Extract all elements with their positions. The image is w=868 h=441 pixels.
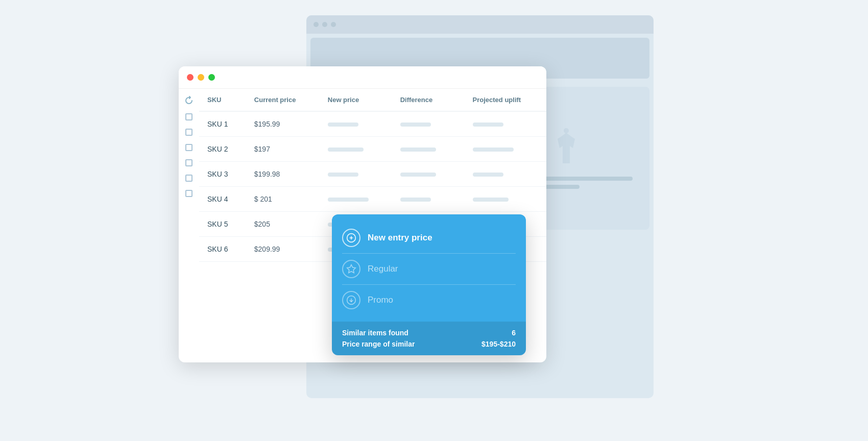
table-row: SKU 1$195.99 xyxy=(199,111,546,137)
main-browser: SKU Current price New price Difference P… xyxy=(179,66,546,362)
diff-bar-2 xyxy=(400,148,436,152)
new-price-bar-3 xyxy=(328,173,358,177)
current-price-cell-3: $199.98 xyxy=(246,162,320,187)
row-checkbox-2[interactable] xyxy=(185,129,192,136)
new-price-cell-2 xyxy=(320,137,392,162)
popup-footer: Similar items found 6 Price range of sim… xyxy=(332,322,526,355)
table-header-row: SKU Current price New price Difference P… xyxy=(199,89,546,111)
diff-cell-2 xyxy=(392,137,465,162)
plus-circle-icon xyxy=(342,229,360,247)
popup-item-promo-label: Promo xyxy=(368,295,393,305)
row-checkbox-4[interactable] xyxy=(185,159,192,166)
new-price-cell-3 xyxy=(320,162,392,187)
main-browser-titlebar xyxy=(179,66,546,89)
row-checkbox-5[interactable] xyxy=(185,175,192,182)
uplift-bar-3 xyxy=(473,173,503,177)
popup-item-regular-label: Regular xyxy=(368,264,398,274)
current-price-cell-2: $197 xyxy=(246,137,320,162)
popup-divider-1 xyxy=(342,253,516,254)
star-icon xyxy=(342,260,360,278)
uplift-bar-4 xyxy=(473,198,509,202)
svg-point-1 xyxy=(564,128,569,133)
new-price-bar-4 xyxy=(328,198,369,202)
popup-item-regular[interactable]: Regular xyxy=(342,256,516,282)
uplift-cell-2 xyxy=(465,137,546,162)
diff-bar-4 xyxy=(400,198,431,202)
similar-items-value: 6 xyxy=(512,329,516,337)
price-range-label: Price range of similar xyxy=(342,340,415,348)
dot-yellow[interactable] xyxy=(198,74,204,81)
download-circle-icon xyxy=(342,291,360,309)
sku-cell-6: SKU 6 xyxy=(199,237,246,262)
sidebar xyxy=(179,89,199,262)
new-price-cell-4 xyxy=(320,187,392,212)
row-checkbox-1[interactable] xyxy=(185,113,192,120)
popup-item-promo[interactable]: Promo xyxy=(342,287,516,313)
new-price-bar-2 xyxy=(328,148,364,152)
sku-cell-1: SKU 1 xyxy=(199,111,246,137)
bg-browser-titlebar xyxy=(306,15,654,34)
row-checkbox-6[interactable] xyxy=(185,190,192,197)
diff-cell-3 xyxy=(392,162,465,187)
table-row: SKU 2$197 xyxy=(199,137,546,162)
diff-cell-4 xyxy=(392,187,465,212)
popup-item-new-entry-label: New entry price xyxy=(368,233,432,243)
new-price-cell-1 xyxy=(320,111,392,137)
bg-dot-3 xyxy=(331,22,336,27)
sku-cell-4: SKU 4 xyxy=(199,187,246,212)
similar-items-label: Similar items found xyxy=(342,329,408,337)
col-sku: SKU xyxy=(199,89,246,111)
diff-bar-1 xyxy=(400,122,431,127)
popup-main: New entry price Regular xyxy=(332,214,526,322)
col-difference: Difference xyxy=(392,89,465,111)
dress-icon-2 xyxy=(548,128,584,168)
uplift-cell-3 xyxy=(465,162,546,187)
bg-dot-1 xyxy=(314,22,319,27)
current-price-cell-6: $209.99 xyxy=(246,237,320,262)
uplift-cell-4 xyxy=(465,187,546,212)
popup-footer-similar-items: Similar items found 6 xyxy=(342,329,516,337)
new-price-bar-1 xyxy=(328,122,358,127)
popup-footer-price-range: Price range of similar $195-$210 xyxy=(342,340,516,348)
table-row: SKU 4$ 201 xyxy=(199,187,546,212)
diff-bar-3 xyxy=(400,173,436,177)
col-projected-uplift: Projected uplift xyxy=(465,89,546,111)
sku-cell-2: SKU 2 xyxy=(199,137,246,162)
price-range-value: $195-$210 xyxy=(481,340,516,348)
current-price-cell-4: $ 201 xyxy=(246,187,320,212)
uplift-bar-2 xyxy=(473,148,514,152)
bg-dot-2 xyxy=(322,22,327,27)
current-price-cell-5: $205 xyxy=(246,212,320,237)
diff-cell-1 xyxy=(392,111,465,137)
uplift-cell-1 xyxy=(465,111,546,137)
current-price-cell-1: $195.99 xyxy=(246,111,320,137)
svg-marker-5 xyxy=(347,265,356,273)
dot-green[interactable] xyxy=(208,74,215,81)
popup-divider-2 xyxy=(342,284,516,285)
uplift-bar-1 xyxy=(473,122,503,127)
dropdown-popup: New entry price Regular xyxy=(332,214,526,355)
dot-red[interactable] xyxy=(187,74,194,81)
row-checkbox-3[interactable] xyxy=(185,144,192,151)
table-row: SKU 3$199.98 xyxy=(199,162,546,187)
refresh-icon[interactable] xyxy=(184,96,194,105)
sku-cell-5: SKU 5 xyxy=(199,212,246,237)
col-new-price: New price xyxy=(320,89,392,111)
col-current-price: Current price xyxy=(246,89,320,111)
sku-cell-3: SKU 3 xyxy=(199,162,246,187)
popup-item-new-entry[interactable]: New entry price xyxy=(342,225,516,251)
